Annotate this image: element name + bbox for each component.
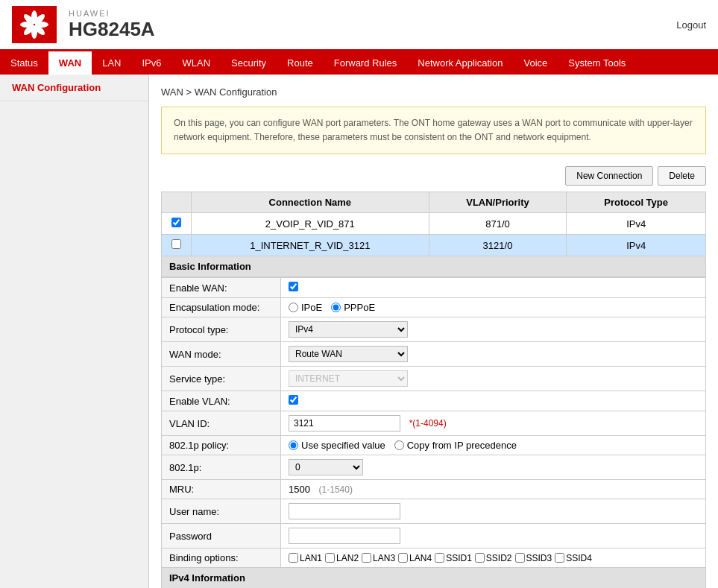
service-type-select[interactable]: INTERNET: [289, 370, 408, 387]
value-username: [281, 499, 706, 524]
field-binding-options: Binding options: LAN1 LAN2 LAN3 LAN4 SSI…: [162, 549, 706, 568]
row1-checkbox[interactable]: [171, 218, 181, 227]
huawei-logo-icon: [19, 10, 49, 39]
lan4-checkbox[interactable]: [398, 553, 408, 563]
password-input[interactable]: [289, 528, 400, 544]
copy-from-ip-radio-item[interactable]: Copy from IP precedence: [394, 440, 517, 451]
label-binding-options: Binding options:: [162, 549, 281, 568]
ssid2-binding-item[interactable]: SSID2: [475, 553, 512, 563]
ipoE-label: IPoE: [301, 302, 322, 313]
lan1-binding-item[interactable]: LAN1: [289, 553, 322, 563]
pppoe-radio[interactable]: [331, 303, 341, 312]
field-enable-vlan: Enable VLAN:: [162, 391, 706, 411]
label-protocol-type: Protocol type:: [162, 317, 281, 342]
sidebar-item-wan-configuration[interactable]: WAN Configuration: [0, 75, 148, 101]
label-password: Password: [162, 524, 281, 549]
logout-button[interactable]: Logout: [676, 19, 706, 31]
mru-hint: (1-1540): [319, 484, 353, 495]
value-vlan-id: *(1-4094): [281, 411, 706, 436]
nav-forward-rules[interactable]: Forward Rules: [324, 51, 408, 75]
logo-box: [12, 6, 57, 43]
nav-voice[interactable]: Voice: [513, 51, 558, 75]
ssid4-checkbox[interactable]: [555, 553, 564, 563]
username-input[interactable]: [289, 503, 400, 519]
value-binding-options: LAN1 LAN2 LAN3 LAN4 SSID1 SSID2 SSID3 SS…: [281, 549, 706, 568]
row1-checkbox-cell: [162, 213, 192, 235]
lan2-binding-item[interactable]: LAN2: [325, 553, 359, 563]
encapsulation-radio-group: IPoE PPPoE: [289, 302, 698, 313]
label-8021p: 802.1p:: [162, 455, 281, 480]
lan3-binding-item[interactable]: LAN3: [362, 553, 395, 563]
ssid3-binding-item[interactable]: SSID3: [515, 553, 552, 563]
row1-protocol-type: IPv4: [567, 213, 706, 235]
use-specified-radio-item[interactable]: Use specified value: [289, 440, 385, 451]
ssid1-checkbox[interactable]: [435, 553, 444, 563]
row2-connection-name[interactable]: 1_INTERNET_R_VID_3121: [192, 235, 429, 256]
label-vlan-id: VLAN ID:: [162, 411, 281, 436]
brand-name: HG8245A: [69, 18, 155, 41]
label-mru: MRU:: [162, 480, 281, 499]
field-wan-mode: WAN mode: Route WAN Bridge WAN: [162, 342, 706, 367]
label-8021p-policy: 802.1p policy:: [162, 436, 281, 455]
ipv4-info-section-header: IPv4 Information: [161, 568, 706, 588]
sidebar: WAN Configuration: [0, 75, 149, 588]
ipoE-radio-item[interactable]: IPoE: [289, 302, 322, 313]
field-enable-wan: Enable WAN:: [162, 278, 706, 298]
value-8021p-policy: Use specified value Copy from IP precede…: [281, 436, 706, 455]
vlan-id-input[interactable]: [289, 415, 400, 431]
ipoE-radio[interactable]: [289, 303, 298, 312]
delete-button[interactable]: Delete: [658, 166, 706, 186]
pppoe-label: PPPoE: [344, 302, 375, 313]
8021p-select[interactable]: 0123 4567: [289, 459, 363, 475]
toolbar: New Connection Delete: [161, 166, 706, 186]
label-encapsulation-mode: Encapsulation mode:: [162, 298, 281, 317]
copy-from-ip-radio[interactable]: [394, 440, 404, 450]
binding-options-group: LAN1 LAN2 LAN3 LAN4 SSID1 SSID2 SSID3 SS…: [289, 553, 698, 563]
protocol-type-select[interactable]: IPv4: [289, 321, 408, 338]
field-8021p: 802.1p: 0123 4567: [162, 455, 706, 480]
value-mru: 1500 (1-1540): [281, 480, 706, 499]
vlan-id-hint: *(1-4094): [409, 418, 447, 429]
row1-connection-name[interactable]: 2_VOIP_R_VID_871: [192, 213, 429, 235]
label-wan-mode: WAN mode:: [162, 342, 281, 367]
nav-system-tools[interactable]: System Tools: [558, 51, 636, 75]
enable-wan-checkbox[interactable]: [289, 282, 298, 291]
nav-wan[interactable]: WAN: [48, 51, 92, 75]
value-password: [281, 524, 706, 549]
connection-table: Connection Name VLAN/Priority Protocol T…: [161, 192, 706, 256]
field-vlan-id: VLAN ID: *(1-4094): [162, 411, 706, 436]
ssid1-binding-item[interactable]: SSID1: [435, 553, 472, 563]
info-box: On this page, you can configure WAN port…: [161, 107, 706, 154]
use-specified-label: Use specified value: [301, 440, 385, 451]
field-encapsulation-mode: Encapsulation mode: IPoE PPPoE: [162, 298, 706, 317]
field-protocol-type: Protocol type: IPv4: [162, 317, 706, 342]
nav-status[interactable]: Status: [0, 51, 48, 75]
ssid3-checkbox[interactable]: [515, 553, 525, 563]
row2-vlan-priority: 3121/0: [429, 235, 567, 256]
nav-lan[interactable]: LAN: [92, 51, 131, 75]
table-row: 2_VOIP_R_VID_871 871/0 IPv4: [162, 213, 706, 235]
lan1-checkbox[interactable]: [289, 553, 298, 563]
lan2-checkbox[interactable]: [325, 553, 335, 563]
table-row: 1_INTERNET_R_VID_3121 3121/0 IPv4: [162, 235, 706, 256]
new-connection-button[interactable]: New Connection: [565, 166, 653, 186]
ssid2-checkbox[interactable]: [475, 553, 485, 563]
lan3-checkbox[interactable]: [362, 553, 371, 563]
enable-vlan-checkbox[interactable]: [289, 395, 298, 405]
ssid4-binding-item[interactable]: SSID4: [555, 553, 592, 563]
pppoe-radio-item[interactable]: PPPoE: [331, 302, 375, 313]
field-password: Password: [162, 524, 706, 549]
nav-wlan[interactable]: WLAN: [172, 51, 221, 75]
label-enable-vlan: Enable VLAN:: [162, 391, 281, 411]
nav-route[interactable]: Route: [277, 51, 324, 75]
use-specified-radio[interactable]: [289, 440, 298, 450]
nav-ipv6[interactable]: IPv6: [132, 51, 172, 75]
nav-network-application[interactable]: Network Application: [407, 51, 513, 75]
col-connection-name: Connection Name: [192, 192, 429, 213]
row2-checkbox[interactable]: [171, 239, 181, 249]
wan-mode-select[interactable]: Route WAN Bridge WAN: [289, 346, 408, 362]
nav-security[interactable]: Security: [221, 51, 277, 75]
lan4-binding-item[interactable]: LAN4: [398, 553, 432, 563]
row1-vlan-priority: 871/0: [429, 213, 567, 235]
field-mru: MRU: 1500 (1-1540): [162, 480, 706, 499]
